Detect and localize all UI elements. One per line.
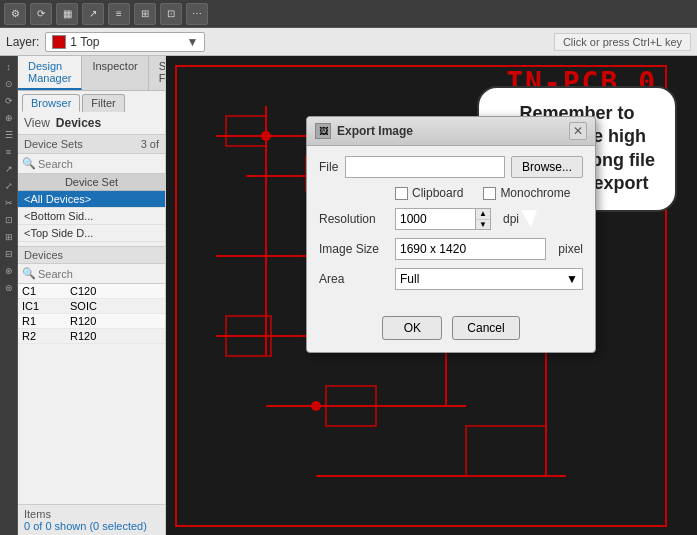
checkbox-row: Clipboard Monochrome: [395, 186, 583, 200]
left-icon-box[interactable]: ⊡: [2, 213, 16, 227]
device-sets-count: 3 of: [141, 138, 159, 150]
spinner-arrows: ▲ ▼: [475, 208, 491, 230]
table-row[interactable]: IC1 SOIC: [18, 299, 165, 314]
file-row: File Browse...: [319, 156, 583, 178]
toolbar-icon-2[interactable]: ⟳: [30, 3, 52, 25]
toolbar-icon-7[interactable]: ⊡: [160, 3, 182, 25]
image-size-row: Image Size 1690 x 1420 pixel: [319, 238, 583, 260]
tab-selection-filter[interactable]: Selection Filter: [149, 56, 166, 90]
table-cell-name-r2: R2: [18, 329, 66, 343]
left-icon-expand[interactable]: ⤢: [2, 179, 16, 193]
spinner-up-arrow[interactable]: ▲: [476, 209, 490, 220]
file-input[interactable]: [345, 156, 505, 178]
device-sets-search-input[interactable]: [38, 158, 166, 170]
left-icon-grid[interactable]: ⊞: [2, 230, 16, 244]
layer-label: Layer:: [6, 35, 39, 49]
left-icon-cursor[interactable]: ⊙: [2, 77, 16, 91]
area-label: Area: [319, 272, 389, 286]
layer-color-swatch: [52, 35, 66, 49]
left-icon-cut[interactable]: ✂: [2, 196, 16, 210]
toolbar-icon-1[interactable]: ⚙: [4, 3, 26, 25]
left-icon-menu[interactable]: ☰: [2, 128, 16, 142]
layer-value: 1 Top: [70, 35, 99, 49]
image-size-value: 1690 x 1420: [400, 242, 466, 256]
top-toolbar: ⚙ ⟳ ▦ ↗ ≡ ⊞ ⊡ ⋯: [0, 0, 697, 28]
layer-bar: Layer: 1 Top ▼ Click or press Ctrl+L key: [0, 28, 697, 56]
layer-select[interactable]: 1 Top ▼: [45, 32, 205, 52]
cancel-button[interactable]: Cancel: [452, 316, 519, 340]
device-item-bottom[interactable]: <Bottom Sid...: [18, 208, 165, 225]
left-icon-rotate[interactable]: ⟳: [2, 94, 16, 108]
table-row[interactable]: R1 R120: [18, 314, 165, 329]
clipboard-checkbox[interactable]: Clipboard: [395, 186, 463, 200]
resolution-input[interactable]: [395, 208, 475, 230]
resolution-row: Resolution ▲ ▼ dpi: [319, 208, 583, 230]
monochrome-checkbox-box: [483, 187, 496, 200]
left-icon-move[interactable]: ↕: [2, 60, 16, 74]
devices-search-input[interactable]: [38, 268, 166, 280]
toolbar-icon-8[interactable]: ⋯: [186, 3, 208, 25]
pcb-canvas: TN-PCB 0: [166, 56, 697, 535]
spinner-down-arrow[interactable]: ▼: [476, 220, 490, 230]
monochrome-label: Monochrome: [500, 186, 570, 200]
items-count: 0 of 0 shown (0 selected): [24, 520, 147, 532]
dialog-body: File Browse... Clipboard Monochrome: [307, 146, 595, 308]
device-sets-label: Device Sets: [24, 138, 83, 150]
layer-dropdown-arrow-icon: ▼: [186, 35, 198, 49]
dialog-title-text: Export Image: [337, 124, 569, 138]
export-image-dialog: 🖼 Export Image ✕ File Browse...: [306, 116, 596, 353]
device-list-header: Device Set: [18, 174, 165, 191]
toolbar-icon-4[interactable]: ↗: [82, 3, 104, 25]
device-item-all[interactable]: <All Devices>: [18, 191, 165, 208]
area-dropdown-icon: ▼: [566, 272, 578, 286]
ctrl-hint: Click or press Ctrl+L key: [554, 33, 691, 51]
monochrome-checkbox[interactable]: Monochrome: [483, 186, 570, 200]
ok-button[interactable]: OK: [382, 316, 442, 340]
area-value: Full: [400, 272, 419, 286]
file-label: File: [319, 160, 339, 174]
toolbar-icon-5[interactable]: ≡: [108, 3, 130, 25]
image-size-unit: pixel: [558, 242, 583, 256]
left-icon-add[interactable]: ⊕: [2, 111, 16, 125]
dialog-title-bar: 🖼 Export Image ✕: [307, 117, 595, 146]
device-item-top[interactable]: <Top Side D...: [18, 225, 165, 242]
image-size-display: 1690 x 1420: [395, 238, 546, 260]
dialog-close-button[interactable]: ✕: [569, 122, 587, 140]
table-cell-fp-r1: R120: [66, 314, 165, 328]
toolbar-icon-3[interactable]: ▦: [56, 3, 78, 25]
dialog-overlay: 🖼 Export Image ✕ File Browse...: [166, 56, 697, 535]
device-sets-search-row: 🔍: [18, 154, 165, 174]
left-icon-circle[interactable]: ⊜: [2, 281, 16, 295]
devices-header: Devices: [18, 246, 165, 264]
view-row: View Devices: [18, 112, 165, 135]
browse-button[interactable]: Browse...: [511, 156, 583, 178]
items-footer: Items 0 of 0 shown (0 selected): [18, 504, 165, 535]
left-panel: ↕ ⊙ ⟳ ⊕ ☰ ≡ ↗ ⤢ ✂ ⊡ ⊞ ⊟ ⊛ ⊜: [0, 56, 18, 535]
table-cell-fp-ic1: SOIC: [66, 299, 165, 313]
sidebar: Design Manager Inspector Selection Filte…: [18, 56, 166, 535]
devices-search-row: 🔍: [18, 264, 165, 284]
tab-inspector[interactable]: Inspector: [82, 56, 148, 90]
left-icon-minus[interactable]: ⊟: [2, 247, 16, 261]
sub-tab-browser[interactable]: Browser: [22, 94, 80, 112]
left-icon-list[interactable]: ≡: [2, 145, 16, 159]
toolbar-icon-6[interactable]: ⊞: [134, 3, 156, 25]
items-label: Items: [24, 508, 51, 520]
table-row[interactable]: C1 C120: [18, 284, 165, 299]
area-select[interactable]: Full ▼: [395, 268, 583, 290]
tab-design-manager[interactable]: Design Manager: [18, 56, 82, 90]
table-row[interactable]: R2 R120: [18, 329, 165, 344]
tabs-row: Design Manager Inspector Selection Filte…: [18, 56, 165, 91]
resolution-label: Resolution: [319, 212, 389, 226]
resolution-spinner: ▲ ▼: [395, 208, 491, 230]
device-sets-header: Device Sets 3 of: [18, 135, 165, 154]
sub-tab-filter[interactable]: Filter: [82, 94, 124, 112]
table-cell-name-r1: R1: [18, 314, 66, 328]
main-layout: ↕ ⊙ ⟳ ⊕ ☰ ≡ ↗ ⤢ ✂ ⊡ ⊞ ⊟ ⊛ ⊜ Design Manag…: [0, 56, 697, 535]
image-size-label: Image Size: [319, 242, 389, 256]
table-cell-name-ic1: IC1: [18, 299, 66, 313]
left-icon-arrow[interactable]: ↗: [2, 162, 16, 176]
resolution-unit: dpi: [503, 212, 519, 226]
left-icon-star[interactable]: ⊛: [2, 264, 16, 278]
table-cell-fp-c1: C120: [66, 284, 165, 298]
